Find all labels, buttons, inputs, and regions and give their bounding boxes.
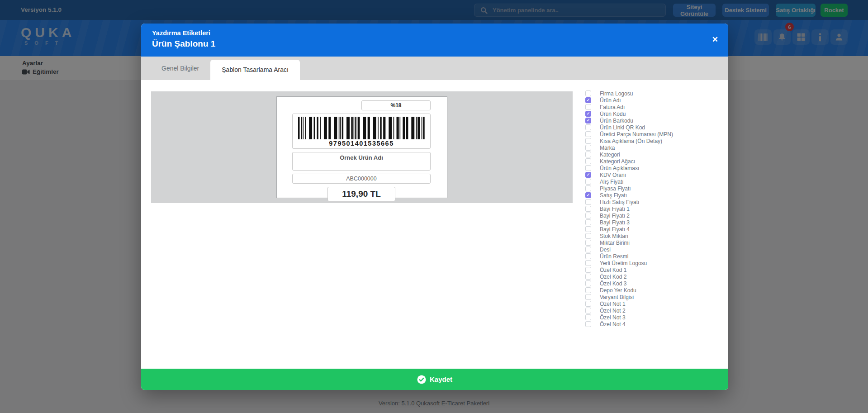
field-row[interactable]: Desi: [585, 246, 673, 253]
field-row[interactable]: Firma Logosu: [585, 90, 673, 97]
field-label: Fatura Adı: [600, 104, 625, 110]
field-row[interactable]: Kategori: [585, 151, 673, 158]
field-checkbox[interactable]: [585, 158, 591, 164]
field-checkbox[interactable]: [585, 280, 591, 286]
field-label: Özel Not 2: [600, 308, 626, 314]
field-row[interactable]: ✓KDV Oranı: [585, 171, 673, 178]
field-label: Bayi Fiyatı 2: [600, 213, 630, 219]
tab-template-designer[interactable]: Şablon Tasarlama Aracı: [210, 60, 300, 80]
modal-title: Yazdırma Etiketleri: [152, 29, 717, 37]
field-checkbox[interactable]: [585, 145, 591, 151]
field-checkbox[interactable]: [585, 267, 591, 273]
field-row[interactable]: ✓Satış Fiyatı: [585, 192, 673, 199]
field-row[interactable]: Özel Not 4: [585, 321, 673, 328]
field-row[interactable]: Piyasa Fiyatı: [585, 185, 673, 192]
field-row[interactable]: Kısa Açıklama (Ön Detay): [585, 138, 673, 144]
field-row[interactable]: Özel Not 3: [585, 314, 673, 321]
modal-header: Yazdırma Etiketleri Ürün Şablonu 1 ✕: [141, 24, 728, 57]
field-row[interactable]: ✓Ürün Kodu: [585, 110, 673, 117]
field-row[interactable]: Özel Not 1: [585, 300, 673, 307]
field-checkbox[interactable]: [585, 199, 591, 205]
field-checkbox[interactable]: [585, 152, 591, 157]
field-label: Ürün Adı: [600, 97, 621, 104]
page: Versiyon 5.1.0 Siteyi Görüntüle Destek S…: [0, 0, 868, 413]
tab-general-info[interactable]: Genel Bilgiler: [150, 57, 210, 80]
field-row[interactable]: Bayi Fiyatı 2: [585, 212, 673, 219]
field-checkbox[interactable]: [585, 90, 591, 96]
field-row[interactable]: Hızlı Satış Fiyatı: [585, 199, 673, 205]
field-checkbox[interactable]: [585, 274, 591, 280]
field-row[interactable]: Miktar Birimi: [585, 239, 673, 246]
field-checkbox[interactable]: [585, 247, 591, 252]
field-checkbox[interactable]: [585, 104, 591, 110]
field-row[interactable]: Depo Yer Kodu: [585, 287, 673, 294]
field-row[interactable]: Üretici Parça Numarası (MPN): [585, 131, 673, 138]
field-checkbox[interactable]: [585, 179, 591, 185]
field-row[interactable]: Özel Not 2: [585, 307, 673, 314]
field-checkbox[interactable]: [585, 294, 591, 300]
field-label: Piyasa Fiyatı: [600, 185, 631, 192]
field-checkbox[interactable]: [585, 233, 591, 239]
field-label: Varyant Bilgisi: [600, 294, 634, 300]
field-checkbox[interactable]: [585, 206, 591, 212]
label-card: %18 979501401535665 Örnek Ürün Adı ABC00…: [276, 96, 447, 198]
field-checkbox[interactable]: [585, 321, 591, 327]
field-label: Satış Fiyatı: [600, 192, 627, 199]
field-checkbox[interactable]: [585, 253, 591, 259]
field-row[interactable]: Stok Miktarı: [585, 233, 673, 239]
field-row[interactable]: Ürün Linki QR Kod: [585, 124, 673, 131]
field-label: Miktar Birimi: [600, 240, 630, 246]
field-row[interactable]: ✓Ürün Adı: [585, 97, 673, 104]
close-icon[interactable]: ✕: [712, 36, 718, 43]
field-row[interactable]: Özel Kod 3: [585, 280, 673, 287]
field-row[interactable]: Alış Fiyatı: [585, 178, 673, 185]
field-checkbox[interactable]: [585, 240, 591, 246]
field-row[interactable]: Fatura Adı: [585, 104, 673, 110]
field-checkbox[interactable]: ✓: [585, 97, 591, 103]
field-row[interactable]: Ürün Resmi: [585, 253, 673, 260]
field-checkbox[interactable]: [585, 213, 591, 218]
field-row[interactable]: Özel Kod 2: [585, 273, 673, 280]
field-checkbox[interactable]: [585, 131, 591, 137]
field-checkbox[interactable]: [585, 124, 591, 130]
field-checkbox[interactable]: [585, 165, 591, 171]
field-label: Stok Miktarı: [600, 233, 628, 239]
field-label: Ürün Resmi: [600, 253, 628, 260]
product-code-box[interactable]: ABC000000: [292, 174, 431, 184]
field-row[interactable]: ✓Ürün Barkodu: [585, 117, 673, 124]
field-row[interactable]: Ürün Açıklaması: [585, 165, 673, 171]
field-checkbox[interactable]: [585, 260, 591, 266]
save-button[interactable]: Kaydet: [141, 369, 728, 390]
field-label: Özel Kod 2: [600, 274, 626, 280]
field-label: Kategori: [600, 152, 620, 158]
field-row[interactable]: Bayi Fiyatı 4: [585, 226, 673, 233]
field-row[interactable]: Özel Kod 1: [585, 266, 673, 273]
field-checkbox[interactable]: [585, 301, 591, 307]
field-row[interactable]: Bayi Fiyatı 3: [585, 219, 673, 226]
field-checkbox[interactable]: [585, 138, 591, 144]
save-button-label: Kaydet: [430, 375, 452, 383]
field-checkbox[interactable]: [585, 185, 591, 191]
field-checkbox[interactable]: [585, 219, 591, 225]
field-row[interactable]: Kategori Ağacı: [585, 158, 673, 165]
field-checkbox[interactable]: [585, 314, 591, 320]
field-label: Özel Kod 1: [600, 267, 626, 273]
field-checkbox[interactable]: ✓: [585, 118, 591, 123]
field-row[interactable]: Varyant Bilgisi: [585, 294, 673, 300]
field-checkbox[interactable]: [585, 287, 591, 293]
field-checkbox[interactable]: [585, 226, 591, 232]
barcode-graphic: [298, 117, 425, 139]
vat-rate-box[interactable]: %18: [361, 100, 431, 110]
field-label: Ürün Kodu: [600, 111, 626, 117]
field-checkbox[interactable]: [585, 308, 591, 313]
field-row[interactable]: Yerli Üretim Logosu: [585, 260, 673, 266]
field-row[interactable]: Marka: [585, 144, 673, 151]
field-checkbox[interactable]: ✓: [585, 172, 591, 178]
price-box[interactable]: 119,90 TL: [327, 187, 395, 201]
field-checkbox[interactable]: ✓: [585, 111, 591, 117]
barcode-box[interactable]: 979501401535665: [292, 114, 431, 149]
field-label: Firma Logosu: [600, 90, 633, 97]
field-checkbox[interactable]: ✓: [585, 192, 591, 198]
product-name-box[interactable]: Örnek Ürün Adı: [292, 152, 431, 171]
field-row[interactable]: Bayi Fiyatı 1: [585, 205, 673, 212]
